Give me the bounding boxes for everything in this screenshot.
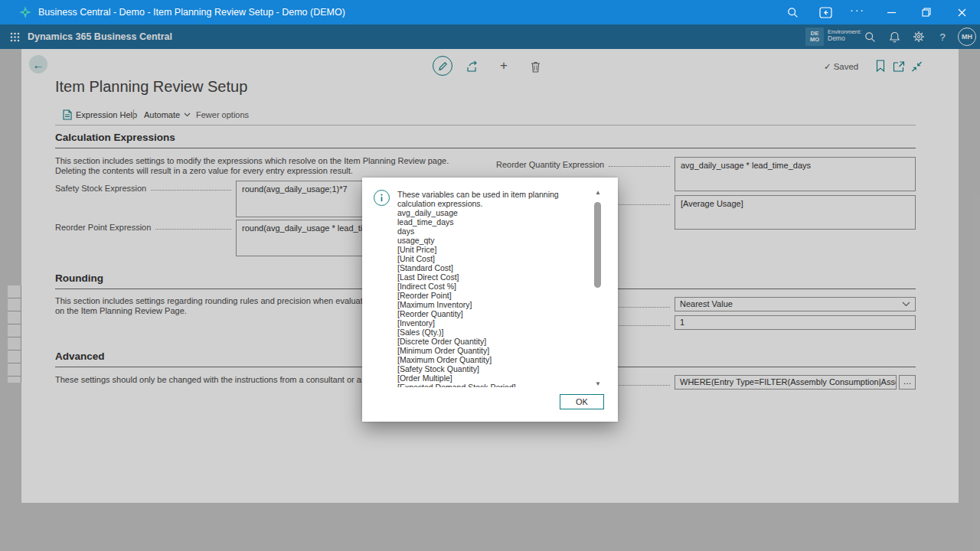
titlebar-search-button[interactable] <box>776 0 809 24</box>
search-icon <box>787 7 799 18</box>
dialog-variable: [Discrete Order Quantity] <box>397 337 590 346</box>
dialog-scrollbar: ▲ ▼ <box>592 188 604 389</box>
dialog-variable-list: avg_daily_usagelead_time_daysdaysusage_q… <box>397 208 590 387</box>
close-icon <box>958 8 966 17</box>
close-button[interactable] <box>945 0 978 24</box>
dialog-variable: [Inventory] <box>397 318 590 328</box>
dialog-variable: [Reorder Point] <box>397 291 590 300</box>
scroll-down-arrow[interactable]: ▼ <box>595 380 601 389</box>
dialog-variable: usage_qty <box>397 236 590 245</box>
dialog-variable: lead_time_days <box>397 217 590 227</box>
window-title: Business Central - Demo - Item Planning … <box>38 0 345 24</box>
window-switcher-icon <box>819 7 832 18</box>
dialog-variable: avg_daily_usage <box>397 208 590 217</box>
dialog-variable: [Indirect Cost %] <box>397 282 590 291</box>
ok-button[interactable]: OK <box>560 394 604 409</box>
dialog-variable: [Safety Stock Quantity] <box>397 364 590 373</box>
minimize-icon <box>887 8 896 17</box>
window-titlebar: Business Central - Demo - Item Planning … <box>0 0 980 24</box>
titlebar-tabs-button[interactable] <box>808 0 842 24</box>
minimize-button[interactable] <box>874 0 908 24</box>
business-central-app-icon <box>19 6 31 18</box>
dialog-variable: [Unit Cost] <box>397 254 590 263</box>
dialog-variable: [Order Multiple] <box>397 373 590 383</box>
dialog-variable: [Expected Demand Stock Period] <box>397 383 590 387</box>
info-icon <box>374 190 390 206</box>
restore-icon <box>922 8 931 17</box>
dialog-variable: days <box>397 227 590 236</box>
dialog-message-area: These variables can be used in item plan… <box>397 190 590 387</box>
dialog-variable: [Sales (Qty.)] <box>397 328 590 337</box>
ellipsis-icon: ··· <box>850 4 865 16</box>
scrollbar-thumb[interactable] <box>594 202 601 288</box>
dialog-variable: [Maximum Order Quantity] <box>397 355 590 364</box>
dialog-message: These variables can be used in item plan… <box>397 190 590 208</box>
scrollbar-track[interactable] <box>592 197 604 380</box>
dialog-variable: [Minimum Order Quantity] <box>397 346 590 355</box>
dialog-variable: [Standard Cost] <box>397 263 590 272</box>
titlebar-more-button[interactable]: ··· <box>841 0 874 24</box>
variables-dialog: These variables can be used in item plan… <box>362 178 618 422</box>
dialog-variable: [Maximum Inventory] <box>397 300 590 309</box>
dialog-variable: [Unit Price] <box>397 245 590 254</box>
dialog-variable: [Reorder Quantity] <box>397 309 590 318</box>
dialog-variable: [Last Direct Cost] <box>397 272 590 282</box>
scroll-up-arrow[interactable]: ▲ <box>595 188 601 197</box>
maximize-button[interactable] <box>910 0 943 24</box>
